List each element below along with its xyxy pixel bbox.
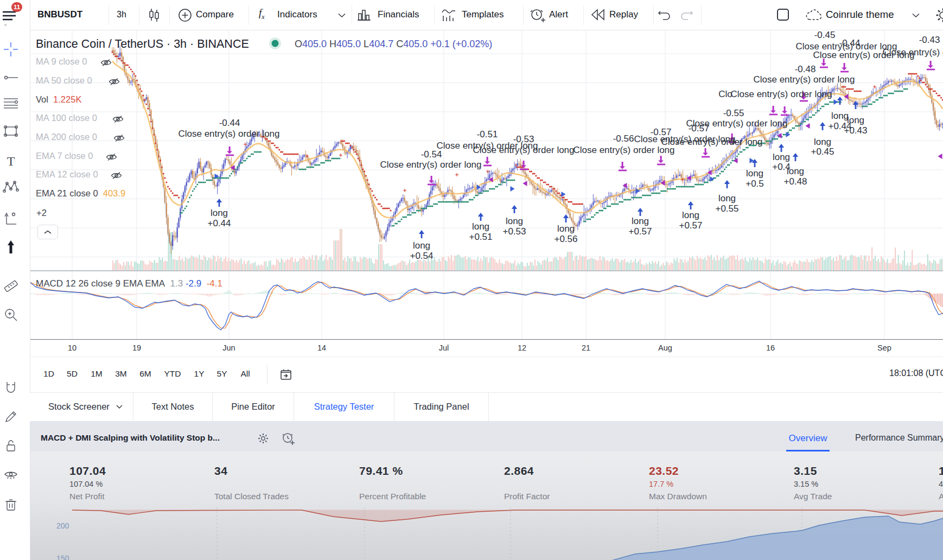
svg-text:+0.57: +0.57 xyxy=(679,220,702,231)
svg-text:Close entry(s) order long: Close entry(s) order long xyxy=(753,74,855,85)
svg-text:-0.48: -0.48 xyxy=(795,64,816,74)
svg-text:long: long xyxy=(831,111,849,121)
svg-text:T: T xyxy=(7,154,15,168)
svg-text:-0.44: -0.44 xyxy=(839,38,861,48)
svg-text:Clo: Clo xyxy=(718,89,732,99)
svg-text:-0.53: -0.53 xyxy=(513,134,534,144)
svg-text:long: long xyxy=(718,193,736,203)
svg-text:long: long xyxy=(787,166,804,176)
svg-text:-0.55: -0.55 xyxy=(723,108,744,118)
svg-text:long: long xyxy=(746,168,763,179)
svg-text:Close entry(s) order long: Close entry(s) order long xyxy=(178,129,279,139)
svg-text:+0.5: +0.5 xyxy=(746,179,764,189)
svg-text:+0.57: +0.57 xyxy=(628,226,652,237)
svg-text:long: long xyxy=(413,240,430,251)
svg-text:-0.56: -0.56 xyxy=(613,133,634,144)
svg-text:Close entry(s) order long: Close entry(s) order long xyxy=(380,160,481,170)
svg-text:-0.43: -0.43 xyxy=(919,35,940,45)
svg-text:+0.54: +0.54 xyxy=(410,251,433,261)
svg-text:+0.51: +0.51 xyxy=(469,232,492,242)
svg-text:+0.44: +0.44 xyxy=(207,218,231,228)
svg-text:long: long xyxy=(773,152,790,162)
svg-text:Close entry(s) order long: Close entry(s) order long xyxy=(661,137,762,147)
svg-text:long: long xyxy=(682,210,699,220)
svg-text:+0.53: +0.53 xyxy=(502,226,526,237)
svg-text:+0.45: +0.45 xyxy=(811,147,834,157)
svg-text:+0.56: +0.56 xyxy=(554,234,577,244)
svg-text:Close entry(s) order long: Close entry(s) order long xyxy=(473,145,574,155)
svg-text:long: long xyxy=(814,137,831,147)
svg-text:-0.57: -0.57 xyxy=(689,123,710,133)
svg-text:long: long xyxy=(557,224,575,234)
svg-text:+0.43: +0.43 xyxy=(844,125,867,136)
svg-text:-0.45: -0.45 xyxy=(814,30,836,40)
svg-text:long: long xyxy=(632,216,649,226)
svg-text:-0.51: -0.51 xyxy=(477,129,498,139)
svg-text:Close entry(s) order long: Close entry(s) order long xyxy=(573,145,674,155)
svg-text:200: 200 xyxy=(56,521,69,530)
svg-text:long: long xyxy=(847,115,864,125)
svg-text:+0.55: +0.55 xyxy=(715,203,738,214)
svg-text:150: 150 xyxy=(56,554,69,560)
svg-text:-0.44: -0.44 xyxy=(219,118,240,128)
svg-text:-0.54: -0.54 xyxy=(421,149,442,160)
svg-text:-0.57: -0.57 xyxy=(651,127,672,137)
svg-text:Close entry(s) order long: Close entry(s) order long xyxy=(730,89,832,99)
svg-text:Close entry(s) order long: Close entry(s) order long xyxy=(882,47,943,58)
svg-text:long: long xyxy=(472,221,489,232)
svg-text:long: long xyxy=(211,208,228,218)
svg-text:+0.48: +0.48 xyxy=(783,176,807,187)
svg-text:long: long xyxy=(506,216,523,226)
